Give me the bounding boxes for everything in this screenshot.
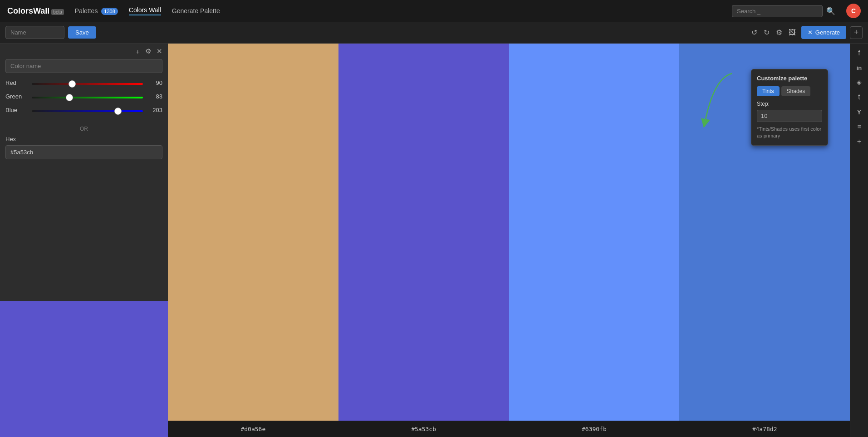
color-column-1: #d0a56e <box>168 44 338 437</box>
customize-palette-popup: Customize palette Tints Shades Step: *Ti… <box>751 69 828 146</box>
plus-icon: + <box>136 48 140 55</box>
settings-icon-button[interactable]: ⚙ <box>774 26 784 39</box>
green-slider-wrapper <box>32 92 143 100</box>
red-value: 90 <box>147 79 162 86</box>
search-icon: 🔍 <box>826 7 835 15</box>
blue-slider-wrapper <box>32 106 143 114</box>
facebook-icon[interactable]: f <box>858 49 860 57</box>
red-slider[interactable] <box>32 83 143 85</box>
top-nav: ColorsWall beta Palettes 1308 Colors Wal… <box>0 0 868 22</box>
redo-button[interactable]: ↻ <box>762 26 771 39</box>
green-value: 83 <box>147 93 162 100</box>
linkedin-icon[interactable]: in <box>857 64 862 71</box>
color-column-3: #6390fb <box>509 44 680 437</box>
main-content: + ⚙ ✕ Red 90 Green <box>0 44 868 437</box>
color-editor: + ⚙ ✕ Red 90 Green <box>0 44 168 437</box>
editor-toolbar: + ⚙ ✕ <box>0 44 168 59</box>
gear-icon: ⚙ <box>776 29 782 36</box>
redo-icon: ↻ <box>764 29 770 36</box>
bottom-color-swatch[interactable] <box>0 301 168 437</box>
more-social-icon[interactable]: + <box>857 137 861 146</box>
tints-tab[interactable]: Tints <box>757 86 780 96</box>
palettes-count-badge: 1308 <box>101 8 118 15</box>
color-hex-label-4: #4a78d2 <box>679 421 850 437</box>
green-label: Green <box>5 93 28 100</box>
green-slider-row: Green 83 <box>5 92 162 100</box>
color-name-input[interactable] <box>5 59 162 73</box>
hex-label: Hex <box>5 136 162 142</box>
blue-slider-row: Blue 203 <box>5 106 162 114</box>
color-swatch-1[interactable] <box>168 44 338 421</box>
undo-icon: ↺ <box>751 29 757 36</box>
brand: ColorsWall beta <box>7 6 64 16</box>
brand-name: ColorsWall <box>7 6 49 16</box>
step-label: Step: <box>757 101 822 107</box>
palette-name-input[interactable] <box>5 26 64 39</box>
add-color-button[interactable]: + <box>850 26 863 39</box>
red-slider-row: Red 90 <box>5 79 162 87</box>
step-input[interactable] <box>757 110 822 122</box>
image-button[interactable]: 🖼 <box>787 27 798 39</box>
green-slider[interactable] <box>32 97 143 98</box>
generate-button[interactable]: ✕ Generate <box>801 26 846 39</box>
blue-value: 203 <box>147 107 162 113</box>
pocket-icon[interactable]: ◈ <box>857 79 862 86</box>
color-hex-label-2: #5a53cb <box>338 421 509 437</box>
brand-beta: beta <box>51 9 64 15</box>
color-hex-label-1: #d0a56e <box>168 421 338 437</box>
color-swatch-3[interactable] <box>509 44 680 421</box>
user-avatar[interactable]: C <box>846 4 861 18</box>
nav-generate-palette[interactable]: Generate Palette <box>172 7 220 15</box>
red-slider-wrapper <box>32 79 143 87</box>
toolbar-icons: ↺ ↻ ⚙ 🖼 <box>750 26 798 39</box>
editor-settings-button[interactable]: ⚙ <box>145 47 151 55</box>
add-color-icon-button[interactable]: + <box>136 48 140 55</box>
search-button[interactable]: 🔍 <box>826 7 835 15</box>
customize-tabs: Tints Shades <box>757 86 822 96</box>
undo-button[interactable]: ↺ <box>750 26 759 39</box>
or-divider: OR <box>0 124 168 136</box>
twitter-icon[interactable]: t <box>858 93 860 101</box>
color-columns: #d0a56e #5a53cb #6390fb #4a78d2 Customiz… <box>168 44 850 437</box>
toolbar: Save ↺ ↻ ⚙ 🖼 ✕ Generate + <box>0 22 868 44</box>
hex-section: Hex <box>0 136 168 164</box>
blue-slider[interactable] <box>32 110 143 112</box>
color-column-2: #5a53cb <box>338 44 509 437</box>
ycombinator-icon[interactable]: Y <box>857 108 861 116</box>
image-icon: 🖼 <box>789 29 796 36</box>
search-input[interactable] <box>732 5 823 17</box>
nav-palettes[interactable]: Palettes 1308 <box>75 7 118 15</box>
color-hex-label-3: #6390fb <box>509 421 680 437</box>
toolbar-right: ↺ ↻ ⚙ 🖼 ✕ Generate + <box>750 26 863 39</box>
editor-close-button[interactable]: ✕ <box>157 47 162 55</box>
search-container: 🔍 <box>732 5 835 17</box>
tints-shades-note: *Tints/Shades uses first color as primar… <box>757 126 822 140</box>
red-label: Red <box>5 79 28 86</box>
save-button[interactable]: Save <box>68 26 96 39</box>
blue-label: Blue <box>5 107 28 113</box>
color-swatch-2[interactable] <box>338 44 509 421</box>
shades-tab[interactable]: Shades <box>781 86 811 96</box>
settings-icon: ⚙ <box>145 47 151 55</box>
nav-colors-wall[interactable]: Colors Wall <box>129 6 161 15</box>
buffer-icon[interactable]: ≡ <box>857 123 861 130</box>
generate-icon: ✕ <box>808 29 813 36</box>
close-icon: ✕ <box>157 47 162 55</box>
customize-palette-title: Customize palette <box>757 75 822 82</box>
slider-section: Red 90 Green 83 Blue 203 <box>0 79 168 124</box>
hex-input[interactable] <box>5 145 162 159</box>
social-sidebar: f in ◈ t Y ≡ + <box>850 44 868 437</box>
